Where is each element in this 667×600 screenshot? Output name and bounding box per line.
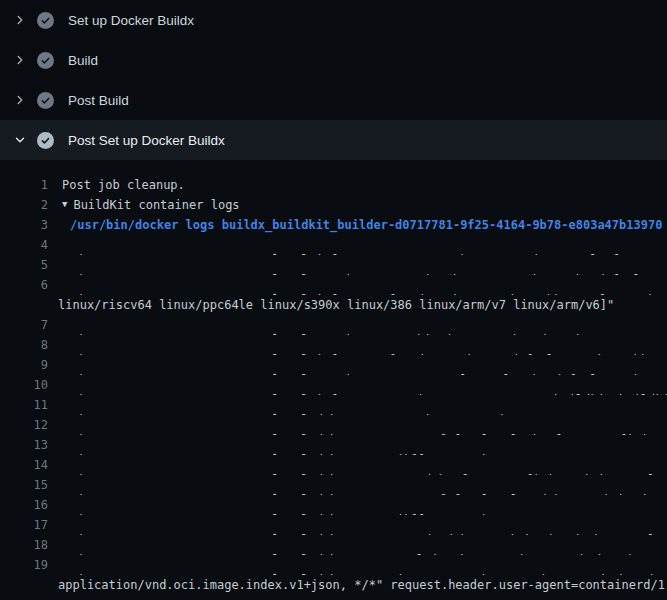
- log-line: 14time="2021-04-23T18:02:38Z" level=debu…: [0, 455, 667, 475]
- log-line: 5time="2021-04-23T18:02:37Z" level=warni…: [0, 255, 667, 275]
- log-line-text: time="2021-04-23T18:02:37Z" level=info m…: [58, 275, 667, 295]
- log-line-text: application/vnd.oci.image.index.v1+json,…: [58, 575, 667, 595]
- log-line-text: time="2021-04-23T18:02:37Z" level=warnin…: [58, 255, 655, 275]
- step-label: Post Set up Docker Buildx: [68, 133, 225, 148]
- step-label: Set up Docker Buildx: [68, 13, 194, 28]
- log-line: 18time="2021-04-23T18:02:38Z" level=debu…: [0, 535, 667, 555]
- check-success-icon: [37, 52, 54, 69]
- log-area: 1Post job cleanup.2▼BuildKit container l…: [0, 160, 667, 600]
- log-line: 19time="2021-04-23T18:02:38Z" level=debu…: [0, 555, 667, 575]
- step-label: Build: [68, 53, 98, 68]
- check-success-icon: [37, 12, 54, 29]
- log-line-text: time="2021-04-23T18:02:38Z" level=debug …: [58, 595, 667, 600]
- log-line-number[interactable]: 12: [0, 415, 48, 435]
- log-line-text: time="2021-04-23T18:02:38Z" level=debug …: [58, 395, 511, 415]
- log-line-text: time="2021-04-23T18:02:37Z" level=warnin…: [58, 315, 667, 335]
- log-line-number[interactable]: 20: [0, 595, 48, 600]
- log-line-number[interactable]: 8: [0, 335, 48, 355]
- log-line-number[interactable]: [0, 575, 48, 595]
- log-line: 7time="2021-04-23T18:02:37Z" level=warni…: [0, 315, 667, 335]
- log-line-text: time="2021-04-23T18:02:38Z" level=debug …: [58, 415, 667, 435]
- log-line: 8time="2021-04-23T18:02:37Z" level=info …: [0, 335, 667, 355]
- log-line-number[interactable]: 4: [0, 235, 48, 255]
- log-line-text: time="2021-04-23T18:02:37Z" level=info m…: [58, 335, 667, 355]
- log-line-text: time="2021-04-23T18:02:38Z" level=debug …: [58, 475, 667, 495]
- check-success-icon: [37, 92, 54, 109]
- log-line: 20time="2021-04-23T18:02:38Z" level=debu…: [0, 595, 667, 600]
- chevron-right-icon: [12, 92, 28, 108]
- step-build[interactable]: Build: [0, 40, 667, 80]
- log-line-number[interactable]: 19: [0, 555, 48, 575]
- log-line-number[interactable]: 15: [0, 475, 48, 495]
- log-line-number[interactable]: 13: [0, 435, 48, 455]
- step-set-up-docker-buildx[interactable]: Set up Docker Buildx: [0, 0, 667, 40]
- log-line: 10time="2021-04-23T18:02:37Z" level=info…: [0, 375, 667, 395]
- log-line-text: time="2021-04-23T18:02:38Z" level=debug …: [58, 515, 667, 535]
- log-line: 2▼BuildKit container logs: [0, 195, 667, 215]
- log-line: 3/usr/bin/docker logs buildx_buildkit_bu…: [0, 215, 667, 235]
- log-line: 1Post job cleanup.: [0, 175, 667, 195]
- log-line: 4time="2021-04-23T18:02:37Z" level=info …: [0, 235, 667, 255]
- log-line: linux/riscv64 linux/ppc64le linux/s390x …: [0, 295, 667, 315]
- log-line-number[interactable]: [0, 295, 48, 315]
- log-line: application/vnd.oci.image.index.v1+json,…: [0, 575, 667, 595]
- log-line-number[interactable]: 1: [0, 175, 48, 195]
- log-line-number[interactable]: 5: [0, 255, 48, 275]
- log-line-text: time="2021-04-23T18:02:38Z" level=debug …: [58, 495, 583, 515]
- log-line: 13time="2021-04-23T18:02:38Z" level=debu…: [0, 435, 667, 455]
- log-command-text: /usr/bin/docker logs buildx_buildkit_bui…: [58, 215, 662, 235]
- log-line-number[interactable]: 9: [0, 355, 48, 375]
- log-line-text: time="2021-04-23T18:02:38Z" level=debug …: [58, 535, 641, 555]
- steps-list: Set up Docker Buildx Build Post Build Po…: [0, 0, 667, 160]
- group-title: BuildKit container logs: [73, 198, 239, 212]
- log-line: 15time="2021-04-23T18:02:38Z" level=debu…: [0, 475, 667, 495]
- log-line-number[interactable]: 7: [0, 315, 48, 335]
- log-line-text: time="2021-04-23T18:02:37Z" level=warnin…: [58, 355, 667, 375]
- step-post-set-up-docker-buildx[interactable]: Post Set up Docker Buildx: [0, 120, 667, 160]
- log-line-text: time="2021-04-23T18:02:37Z" level=info m…: [58, 235, 634, 255]
- step-label: Post Build: [68, 93, 129, 108]
- log-line-number[interactable]: 2: [0, 195, 48, 215]
- log-line-number[interactable]: 17: [0, 515, 48, 535]
- check-success-icon: [37, 132, 54, 149]
- log-line-number[interactable]: 3: [0, 215, 48, 235]
- chevron-down-icon: [12, 132, 28, 148]
- log-line: 12time="2021-04-23T18:02:38Z" level=debu…: [0, 415, 667, 435]
- group-collapse-caret-icon[interactable]: ▼: [62, 195, 67, 214]
- log-line: 9time="2021-04-23T18:02:37Z" level=warni…: [0, 355, 667, 375]
- actions-log-viewer: { "colors": { "background": "#090c11", "…: [0, 0, 667, 600]
- log-line-number[interactable]: 11: [0, 395, 48, 415]
- log-line: 6time="2021-04-23T18:02:37Z" level=info …: [0, 275, 667, 295]
- log-line-number[interactable]: 10: [0, 375, 48, 395]
- log-line-text: time="2021-04-23T18:02:38Z" level=debug …: [58, 435, 583, 455]
- log-line-text: ▼BuildKit container logs: [58, 195, 240, 215]
- chevron-right-icon: [12, 52, 28, 68]
- log-line-number[interactable]: 14: [0, 455, 48, 475]
- log-line: 16time="2021-04-23T18:02:38Z" level=debu…: [0, 495, 667, 515]
- log-line-text: time="2021-04-23T18:02:38Z" level=debug …: [58, 555, 667, 575]
- log-line-text: linux/riscv64 linux/ppc64le linux/s390x …: [58, 295, 614, 315]
- log-line-text: time="2021-04-23T18:02:38Z" level=debug …: [58, 455, 667, 475]
- log-line-number[interactable]: 6: [0, 275, 48, 295]
- chevron-right-icon: [12, 12, 28, 28]
- log-line-number[interactable]: 16: [0, 495, 48, 515]
- log-line-text: time="2021-04-23T18:02:37Z" level=info m…: [58, 375, 667, 395]
- step-post-build[interactable]: Post Build: [0, 80, 667, 120]
- log-line-text: Post job cleanup.: [58, 175, 185, 195]
- log-line: 17time="2021-04-23T18:02:38Z" level=debu…: [0, 515, 667, 535]
- log-line: 11time="2021-04-23T18:02:38Z" level=debu…: [0, 395, 667, 415]
- log-line-number[interactable]: 18: [0, 535, 48, 555]
